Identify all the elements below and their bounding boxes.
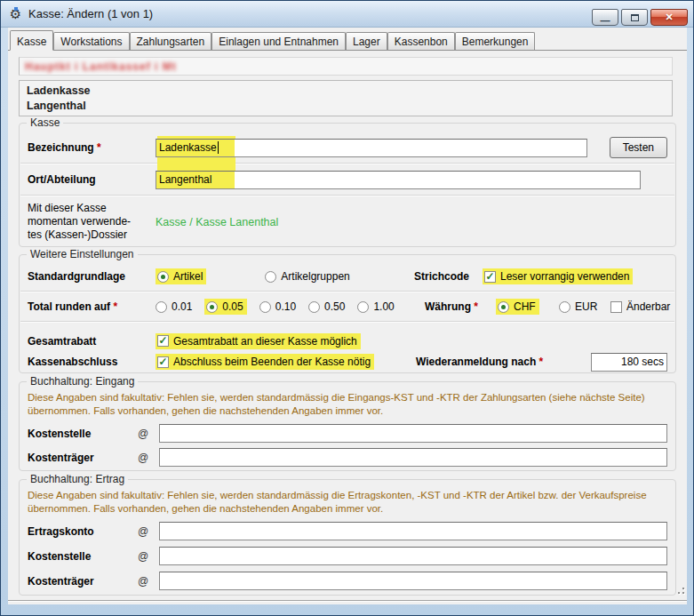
redacted-text: Hauptkt i Lantlkassef i Mt xyxy=(25,60,177,73)
title-bar[interactable]: ⚙ Kasse: Ändern (1 von 1) — ✕ xyxy=(1,1,693,28)
radio-0-05[interactable]: 0.05 xyxy=(204,299,246,315)
bezeichnung-input[interactable]: Ladenkasse xyxy=(156,139,587,157)
tab-zahlungsarten[interactable]: Zahlungsarten xyxy=(130,32,212,50)
dialog-content: Kasse Workstations Zahlungsarten Einlage… xyxy=(8,28,687,604)
radio-chf[interactable]: CHF xyxy=(496,299,539,315)
tab-einlagen-entnahmen[interactable]: Einlagen und Entnahmen xyxy=(211,32,346,50)
radio-icon xyxy=(308,301,320,313)
checkbox-aenderbar-label: Änderbar xyxy=(626,300,670,313)
wiederanmeldung-input[interactable]: 180 secs xyxy=(591,353,667,372)
kassenabschluss-label: Kassenabschluss xyxy=(28,356,156,368)
radio-0-01-label: 0.01 xyxy=(172,300,192,313)
minimize-button[interactable]: — xyxy=(592,9,618,26)
bezeichnung-row: Bezeichnung * Ladenkasse Testen xyxy=(20,136,675,159)
radio-0-10[interactable]: 0.10 xyxy=(259,300,296,313)
window-title: Kasse: Ändern (1 von 1) xyxy=(28,7,153,20)
radio-icon xyxy=(206,301,218,313)
ertragskonto-row: Ertragskonto @ xyxy=(20,522,675,540)
required-mark: * xyxy=(539,356,544,368)
app-icon: ⚙ xyxy=(8,6,23,21)
kostenstelle-label: Kostenstelle xyxy=(28,550,138,563)
eingang-note: Diese Angaben sind fakultativ: Fehlen si… xyxy=(28,391,667,418)
at-symbol: @ xyxy=(138,550,159,563)
radio-icon xyxy=(157,271,169,283)
status-bar-divider xyxy=(8,600,687,602)
dialog-window: ⚙ Kasse: Ändern (1 von 1) — ✕ Kasse Work… xyxy=(0,0,694,616)
maximize-icon xyxy=(631,14,639,21)
tab-strip: Kasse Workstations Zahlungsarten Einlage… xyxy=(8,30,687,51)
tab-kasse[interactable]: Kasse xyxy=(10,30,53,51)
radio-1-00[interactable]: 1.00 xyxy=(357,300,394,313)
radio-icon xyxy=(498,301,509,313)
checkbox-leser-label: Leser vorrangig verwenden xyxy=(500,270,629,283)
dossier-row: Mit dieser Kasse momentan verwende- tes … xyxy=(20,202,675,242)
resize-grip[interactable] xyxy=(674,588,684,598)
ertragskonto-input[interactable] xyxy=(159,522,667,540)
eingang-kostentraeger-input[interactable] xyxy=(159,448,667,467)
testen-button[interactable]: Testen xyxy=(610,137,667,158)
checkbox-aenderbar[interactable]: Änderbar xyxy=(610,300,670,313)
tab-workstations[interactable]: Workstations xyxy=(53,32,129,50)
ort-row: Ort/Abteilung Langenthal xyxy=(20,169,675,190)
ertrag-kostentraeger-row: Kostenträger @ xyxy=(20,572,675,590)
radio-artikelgruppen[interactable]: Artikelgruppen xyxy=(265,270,349,283)
tab-kassenbon[interactable]: Kassenbon xyxy=(387,32,455,50)
checkbox-leser-vorrangig[interactable]: ✓ Leser vorrangig verwenden xyxy=(483,268,633,284)
checkbox-gesamtrabatt[interactable]: ✓ Gesamtrabatt an dieser Kasse möglich xyxy=(156,333,361,349)
checkbox-icon: ✓ xyxy=(157,356,169,368)
ort-value: Langenthal xyxy=(159,173,211,186)
row-separator xyxy=(20,321,674,323)
group-kasse-legend: Kasse xyxy=(27,116,63,129)
ertrag-kostentraeger-input[interactable] xyxy=(159,572,667,590)
kasse-name-line1: Ladenkasse xyxy=(27,84,665,99)
checkbox-kassenabschluss[interactable]: ✓ Abschluss beim Beenden der Kasse nötig xyxy=(156,354,374,370)
radio-artikel[interactable]: Artikel xyxy=(156,268,206,284)
strichcode-label: Strichcode xyxy=(414,270,469,283)
at-symbol: @ xyxy=(138,575,159,588)
checkbox-icon xyxy=(610,301,622,313)
radio-artikel-label: Artikel xyxy=(173,270,203,283)
group-ertrag-legend: Buchhaltung: Ertrag xyxy=(27,473,128,485)
redacted-header-bar: Hauptkt i Lantlkassef i Mt xyxy=(19,57,673,76)
radio-0-01[interactable]: 0.01 xyxy=(156,300,192,313)
required-mark: * xyxy=(97,141,101,154)
ertrag-note: Diese Angaben sind fakultativ: Fehlen si… xyxy=(28,489,667,516)
required-mark: * xyxy=(474,300,478,313)
bezeichnung-value: Ladenkasse xyxy=(159,141,217,154)
row-separator xyxy=(20,291,674,292)
radio-icon xyxy=(559,301,570,313)
row-separator xyxy=(20,195,674,196)
dossier-link[interactable]: Kasse / Kasse Lanenthal xyxy=(156,216,278,228)
text-caret xyxy=(218,141,219,154)
total-runden-row: Total runden auf * 0.01 0.05 0.10 0.50 1… xyxy=(20,296,675,317)
group-weitere-einstellungen: Weitere Einstellungen Standardgrundlage … xyxy=(19,254,676,373)
bezeichnung-label: Bezeichnung * xyxy=(28,141,156,154)
ertrag-kostenstelle-row: Kostenstelle @ xyxy=(20,547,675,565)
ort-input[interactable]: Langenthal xyxy=(156,171,641,189)
standardgrundlage-row: Standardgrundlage Artikel Artikelgruppen… xyxy=(20,266,675,287)
ertragskonto-label: Ertragskonto xyxy=(28,525,138,538)
radio-icon xyxy=(156,301,167,313)
radio-0-50[interactable]: 0.50 xyxy=(308,300,345,313)
radio-artikelgruppen-label: Artikelgruppen xyxy=(281,270,349,283)
row-separator xyxy=(20,163,674,164)
at-symbol: @ xyxy=(138,428,159,440)
close-button[interactable]: ✕ xyxy=(650,9,688,26)
group-eingang-legend: Buchhaltung: Eingang xyxy=(27,375,138,388)
tab-lager[interactable]: Lager xyxy=(346,32,387,50)
maximize-button[interactable] xyxy=(621,9,648,26)
eingang-kostenstelle-input[interactable] xyxy=(159,424,667,443)
group-buchhaltung-eingang: Buchhaltung: Eingang Diese Angaben sind … xyxy=(19,381,676,471)
ertrag-kostenstelle-input[interactable] xyxy=(159,547,667,565)
radio-0-50-label: 0.50 xyxy=(324,300,345,313)
tab-bemerkungen[interactable]: Bemerkungen xyxy=(455,32,536,50)
kostentraeger-label: Kostenträger xyxy=(28,452,138,464)
radio-eur[interactable]: EUR xyxy=(559,300,597,313)
checkbox-icon: ✓ xyxy=(484,271,496,283)
group-kasse: Kasse Bezeichnung * Ladenkasse Testen Or… xyxy=(19,123,676,247)
radio-1-00-label: 1.00 xyxy=(373,300,394,313)
kostentraeger-label: Kostenträger xyxy=(28,575,138,588)
wiederanmeldung-value: 180 secs xyxy=(621,356,664,368)
close-icon: ✕ xyxy=(665,12,673,23)
eingang-kostentraeger-row: Kostenträger @ xyxy=(20,448,675,467)
